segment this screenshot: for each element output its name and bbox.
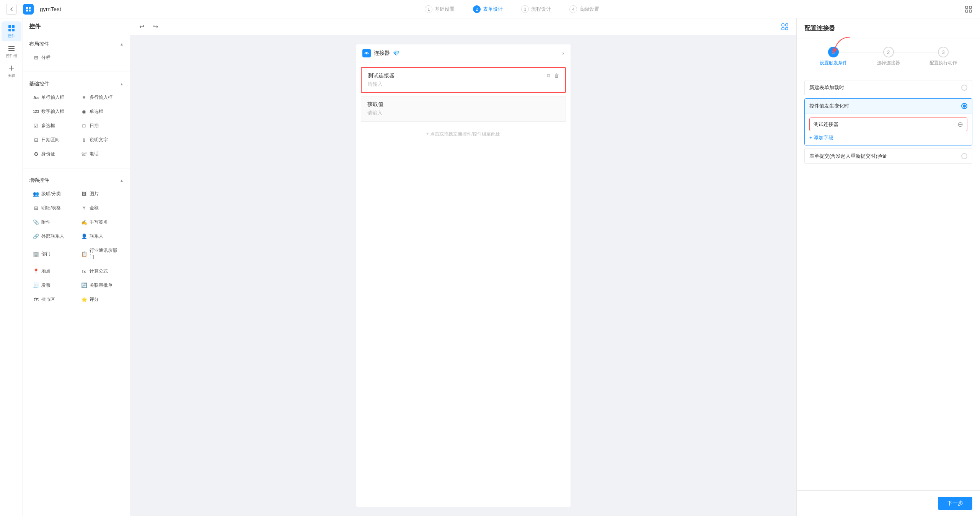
right-step-2[interactable]: 2 选择连接器 [861,47,916,66]
widget-table[interactable]: ⊞ 明细/表格 [29,202,76,214]
canvas-area: ↩ ↪ 连接器 💎 › [130,18,796,516]
multi-input-icon: ≡ [81,95,87,101]
widget-item-fenlan[interactable]: ⊞ 分栏 [29,51,76,64]
widget-region[interactable]: 🗺 省市区 [29,293,76,306]
step-3[interactable]: 3 流程设计 [521,5,551,13]
multi-input-label: 多行输入框 [90,94,113,101]
right-step-3-label: 配置执行动作 [929,60,957,66]
add-field-btn[interactable]: + 添加字段 [809,134,967,141]
step-2[interactable]: 2 表单设计 [473,5,503,13]
attachment-label: 附件 [41,219,51,225]
trigger-form-submit-label: 表单提交(含发起人重新提交时)验证 [809,153,887,160]
right-panel-footer: 下一步 [797,490,980,516]
svg-rect-14 [8,50,15,51]
external-contact-icon: 🔗 [33,234,39,240]
widget-related-approval[interactable]: 🔄 关联审批单 [77,279,124,292]
widget-attachment[interactable]: 📎 附件 [29,216,76,229]
next-button[interactable]: 下一步 [938,497,972,510]
basic-section-header[interactable]: 基础控件 ▲ [29,78,124,90]
widget-multi-input[interactable]: ≡ 多行输入框 [77,91,124,104]
widget-rating[interactable]: ⭐ 评分 [77,293,124,306]
radio-icon: ◉ [81,109,87,115]
widget-location[interactable]: 📍 地点 [29,265,76,278]
redo-button[interactable]: ↪ [150,21,161,32]
phone-label: 电话 [90,151,99,157]
step-4-circle: 4 [569,5,577,13]
sidebar-item-controls-label: 控件 [8,33,15,39]
undo-button[interactable]: ↩ [136,21,147,32]
sidebar-item-controls[interactable]: 控件 [2,21,21,41]
widget-signature[interactable]: ✍ 手写签名 [77,216,124,229]
widget-panel-title: 控件 [29,23,41,30]
widget-panel-header: 控件 [23,18,130,35]
svg-rect-18 [786,28,788,30]
widget-id-card[interactable]: ✪ 身份证 [29,148,76,160]
basic-widget-grid: Aa 单行输入框 ≡ 多行输入框 123 数字输入框 ◉ 单选框 ☑ 多选框 [29,90,124,162]
trigger-form-submit-radio[interactable] [961,153,967,159]
enhanced-section: 增强控件 ▲ 👥 级联/分类 🖼 图片 ⊞ 明细/表格 ¥ 金额 [23,171,130,310]
widget-department[interactable]: 🏢 部门 [29,244,76,263]
step-1[interactable]: 1 基础设置 [425,5,455,13]
svg-rect-6 [965,10,968,12]
date-icon: □ [81,123,87,129]
widget-cascade[interactable]: 👥 级联/分类 [29,188,76,200]
enhanced-section-header[interactable]: 增强控件 ▲ [29,175,124,186]
trigger-option-form-submit[interactable]: 表单提交(含发起人重新提交时)验证 [804,149,972,164]
widget-contact[interactable]: 👤 联系人 [77,230,124,243]
widget-formula[interactable]: fx 计算公式 [77,265,124,278]
widget-invoice[interactable]: 🧾 发票 [29,279,76,292]
widget-desc[interactable]: ℹ 说明文字 [77,134,124,146]
connector-item-placeholder: 请输入 [368,81,559,88]
get-value-title: 获取值 [367,101,559,108]
connector-expand-icon[interactable]: › [562,50,564,57]
widget-radio[interactable]: ◉ 单选框 [77,105,124,118]
connector-item-actions: ⧉ 🗑 [547,73,559,79]
right-step-1-label: 设置触发条件 [820,60,847,66]
sidebar: 控件 控件组 关联 [0,18,23,516]
back-button[interactable] [6,4,17,15]
svg-rect-0 [26,7,28,9]
canvas-settings-icon[interactable] [779,21,790,32]
get-value-block: 获取值 请输入 [361,96,566,121]
widget-image[interactable]: 🖼 图片 [77,188,124,200]
connector-item-row: 测试连接器 ⧉ 🗑 [368,72,559,79]
widget-date-range[interactable]: ⊟ 日期区间 [29,134,76,146]
layout-section-header[interactable]: 布局控件 ▲ [29,38,124,50]
drop-hint[interactable]: + 点击或拖拽左侧控件/控件组至此处 [361,121,566,147]
main-layout: 控件 控件组 关联 控件 布局控件 ▲ ⊞ 分栏 [0,18,980,516]
svg-rect-9 [12,25,15,28]
widget-phone[interactable]: ☏ 电话 [77,148,124,160]
widget-single-input[interactable]: Aa 单行输入框 [29,91,76,104]
widget-external-contact[interactable]: 🔗 外部联系人 [29,230,76,243]
cascade-icon: 👥 [33,191,39,197]
settings-icon-btn[interactable] [963,4,974,15]
widget-industry-dept[interactable]: 📋 行业通讯录部门 [77,244,124,263]
trigger-option-field-change[interactable]: 控件值发生变化时 [805,99,972,114]
widget-checkbox[interactable]: ☑ 多选框 [29,119,76,132]
step-1-circle: 1 [425,5,432,13]
trigger-form-load-radio[interactable] [961,85,967,91]
right-step-3[interactable]: 3 配置执行动作 [916,47,971,66]
connector-copy-icon[interactable]: ⧉ [547,73,550,79]
signature-label: 手写签名 [90,219,108,225]
field-tag-row: 测试连接器 ⊖ [814,121,963,128]
widget-number-input[interactable]: 123 数字输入框 [29,105,76,118]
sidebar-item-control-group[interactable]: 控件组 [2,41,21,61]
related-approval-icon: 🔄 [81,282,87,289]
trigger-option-form-load[interactable]: 新建表单加载时 [804,80,972,95]
single-input-label: 单行输入框 [41,94,64,101]
widget-date[interactable]: □ 日期 [77,119,124,132]
invoice-label: 发票 [41,282,51,289]
sidebar-item-relation[interactable]: 关联 [2,61,21,81]
svg-rect-1 [29,7,31,9]
connector-delete-icon[interactable]: 🗑 [554,73,559,79]
app-title: gymTest [40,6,61,12]
step-4[interactable]: 4 高级设置 [569,5,599,13]
trigger-field-change-radio[interactable] [961,103,967,109]
svg-rect-15 [782,24,784,26]
field-remove-icon[interactable]: ⊖ [957,121,963,128]
enhanced-section-label: 增强控件 [29,177,49,184]
step-3-circle: 3 [521,5,529,13]
widget-amount[interactable]: ¥ 金额 [77,202,124,214]
enhanced-widget-grid: 👥 级联/分类 🖼 图片 ⊞ 明细/表格 ¥ 金额 📎 附件 [29,186,124,307]
